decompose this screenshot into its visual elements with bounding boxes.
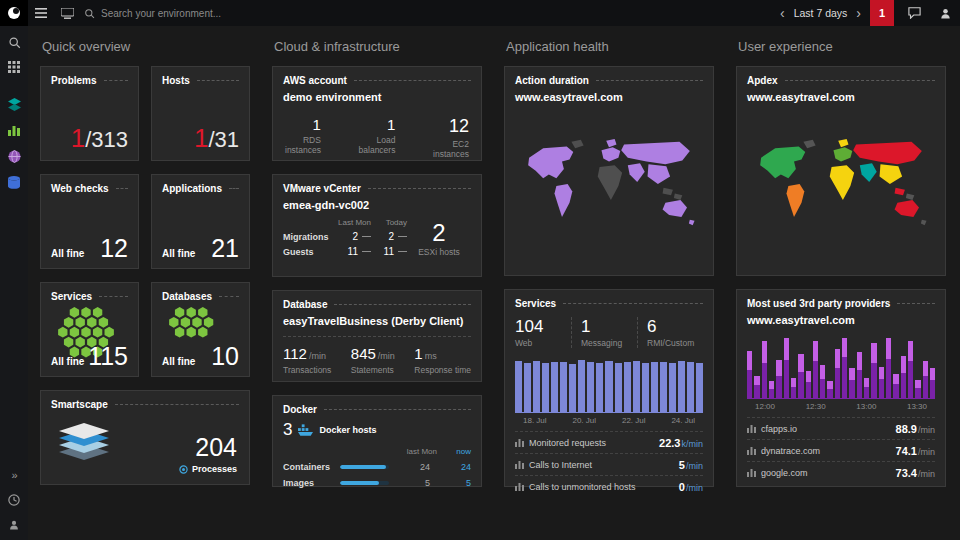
dashed-rule (563, 303, 703, 304)
providers-bar-chart (747, 335, 935, 399)
tile-3rd-party-providers[interactable]: Most used 3rd party providers www.easytr… (736, 289, 946, 487)
tile-title: Most used 3rd party providers (747, 298, 890, 309)
global-search-input[interactable]: Search your environment... (84, 8, 304, 19)
time-range-selector[interactable]: Last 7 days (794, 7, 848, 19)
tile-aws-account[interactable]: AWS account demo environment 1 RDSinstan… (272, 66, 482, 161)
tile-apdex[interactable]: Apdex www.easytravel.com (736, 66, 946, 276)
sidebar-search-icon[interactable] (5, 33, 23, 51)
chat-button[interactable] (903, 0, 925, 26)
migrations-today: 2 (371, 231, 407, 242)
map-region-india (860, 163, 877, 182)
status-text: All fine (51, 248, 84, 259)
tile-docker[interactable]: Docker 3 Docker hosts last Mon now Conta… (272, 395, 482, 487)
row-label: Containers (283, 462, 333, 472)
sidebar-apps-grid-icon[interactable] (5, 58, 23, 76)
status-text: All fine (162, 248, 195, 259)
map-region-sea1 (895, 188, 905, 196)
migrations-lastmon: 2 (335, 231, 371, 242)
trend-sparkline (362, 236, 371, 237)
dashed-rule (99, 296, 128, 297)
docker-hosts-count: 3 (283, 420, 292, 440)
application-name: www.easytravel.com (515, 91, 703, 103)
images-lastmon: 5 (396, 478, 430, 488)
metric-label: Calls to unmonitored hosts (529, 482, 636, 492)
tile-title: Problems (51, 75, 97, 86)
sidebar-product-group (5, 95, 23, 191)
stat-rmi-custom: 6RMI/Custom (637, 317, 703, 348)
vcenter-name: emea-gdn-vc002 (283, 199, 471, 211)
sidebar-charts-icon[interactable] (5, 121, 23, 139)
tile-smartscape[interactable]: Smartscape 204 Processes (40, 390, 250, 485)
tile-title: Database (283, 299, 327, 310)
sidebar-smartscape-icon[interactable] (5, 95, 23, 113)
esxi-label: ESXi hosts (407, 247, 471, 257)
tile-web-checks[interactable]: Web checks All fine12 (40, 174, 139, 269)
stat-value: 1 (285, 116, 321, 133)
sidebar-history-icon[interactable] (5, 491, 23, 509)
tile-vmware-vcenter[interactable]: VMware vCenter emea-gdn-vc002 Last Mon T… (272, 174, 482, 277)
x-tick-label: 18. Jul (523, 416, 547, 425)
user-icon (939, 7, 952, 20)
map-region-nz (921, 220, 927, 226)
metric-value: 5/min (679, 459, 703, 471)
time-back-chevron[interactable]: ‹ (780, 6, 785, 20)
tile-database[interactable]: Database easyTravelBusiness (Derby Clien… (272, 290, 482, 382)
dashed-rule (115, 404, 239, 405)
sidebar-geo-icon[interactable] (5, 147, 23, 165)
services-metrics: Monitored requests 22.3k/min Calls to In… (515, 431, 703, 497)
metric-google: google.com 73.4/min (747, 461, 935, 483)
database-stats: 112/min Transactions 845/min Statements … (283, 336, 471, 375)
docker-hosts-label: Docker hosts (319, 425, 376, 435)
search-icon (84, 8, 95, 19)
search-placeholder: Search your environment... (101, 8, 221, 19)
dashed-rule (197, 80, 239, 81)
application-name: www.easytravel.com (747, 91, 935, 103)
map-region-au (895, 200, 919, 217)
dynatrace-logo[interactable] (0, 0, 28, 26)
map-region-greenland (571, 140, 583, 148)
tile-problems[interactable]: Problems 1/313 (40, 66, 139, 161)
map-region-ru (853, 142, 922, 165)
trend-sparkline (398, 236, 407, 237)
user-menu-button[interactable] (934, 0, 956, 26)
dashed-rule (368, 188, 471, 189)
tile-applications[interactable]: Applications All fine21 (151, 174, 250, 269)
map-region-greenland (803, 140, 815, 148)
stat-web: 104Web (515, 317, 571, 348)
problems-badge[interactable]: 1 (870, 0, 894, 26)
tile-databases[interactable]: Databases All fine10 (151, 282, 250, 377)
map-region-sea2 (906, 193, 914, 200)
sidebar-user-icon[interactable] (5, 516, 23, 534)
time-forward-chevron[interactable]: › (856, 6, 861, 20)
dashed-rule (596, 80, 703, 81)
tile-title: Applications (162, 183, 222, 194)
stat-unit: ms (425, 351, 437, 361)
x-tick-label: 22. Jul (622, 416, 646, 425)
x-tick-label: 13:30 (907, 402, 927, 411)
tile-services[interactable]: Services All fine115 (40, 282, 139, 377)
dashboards-button[interactable] (54, 0, 80, 26)
tile-title: Web checks (51, 183, 109, 194)
metric-calls-unmonitored: Calls to unmonitored hosts 0/min (515, 475, 703, 497)
sidebar-expand-icon[interactable]: » (5, 466, 23, 484)
docker-icon (298, 424, 313, 436)
dashed-rule (354, 80, 471, 81)
metric-dynatrace: dynatrace.com 74.1/min (747, 439, 935, 461)
dynatrace-logo-icon (7, 6, 21, 20)
column-header: last Mon (403, 447, 437, 456)
bar-chart-icon (515, 482, 524, 491)
dashed-rule (334, 304, 471, 305)
web-checks-count: 12 (100, 234, 128, 263)
tile-title: Apdex (747, 75, 778, 86)
tile-action-duration[interactable]: Action duration www.easytravel.com (504, 66, 714, 276)
images-bar (340, 481, 389, 485)
menu-button[interactable] (28, 0, 54, 26)
stat-label: Response time (414, 365, 471, 375)
tile-hosts[interactable]: Hosts 1/31 (151, 66, 250, 161)
tile-services-health[interactable]: Services 104Web 1Messaging 6RMI/Custom 1… (504, 289, 714, 487)
aws-stats: 1 RDSinstances 1 Loadbalancers 12 EC2ins… (283, 116, 471, 159)
trend-sparkline (398, 251, 407, 252)
sidebar-database-icon[interactable] (5, 173, 23, 191)
vmware-stats: Last Mon Today Migrations 2 2 Guests 11 … (283, 218, 471, 257)
containers-bar (340, 465, 389, 469)
